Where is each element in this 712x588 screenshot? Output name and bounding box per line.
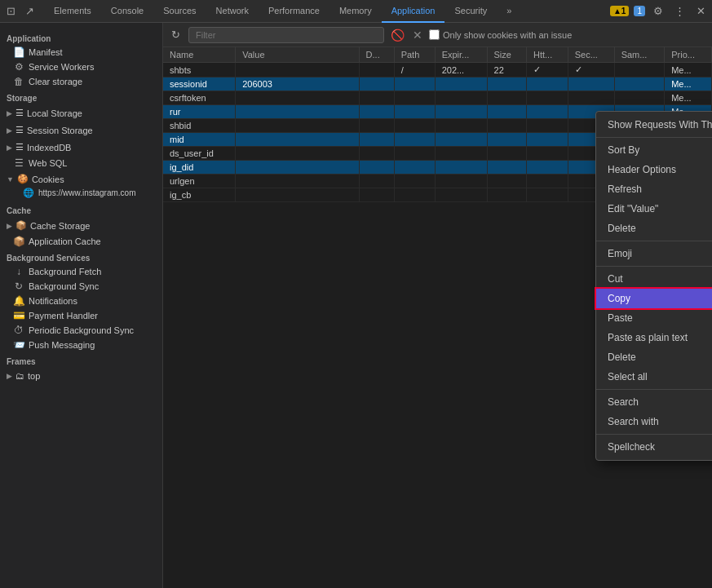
ctx-show-requests[interactable]: Show Requests With This Cookie	[596, 115, 712, 135]
chevron-icon: ▶	[7, 126, 12, 135]
chevron-down-icon: ▼	[7, 175, 14, 183]
col-value[interactable]: Value	[236, 47, 359, 63]
sidebar-item-bg-sync[interactable]: ↻ Background Sync	[0, 279, 162, 294]
ctx-delete-2[interactable]: Delete	[596, 347, 712, 367]
sidebar-item-indexeddb[interactable]: ▶ ☰ IndexedDB	[0, 140, 162, 154]
tab-application[interactable]: Application	[382, 0, 445, 23]
devtools-icons: ⊡ ↗	[3, 3, 38, 19]
col-expiry[interactable]: Expir...	[435, 47, 487, 63]
content-area: ↻ 🚫 ✕ Only show cookies with an issue Na…	[163, 23, 712, 588]
chevron-icon: ▶	[7, 109, 12, 117]
more-options-icon[interactable]: ⋮	[671, 3, 688, 19]
dock-icon[interactable]: ⊡	[3, 3, 19, 19]
sidebar-item-top-frame[interactable]: ▶ 🗂 top	[0, 369, 162, 382]
ctx-search[interactable]: Search	[596, 392, 712, 412]
sidebar-item-service-workers[interactable]: ⚙ Service Workers	[0, 60, 162, 74]
section-storage: Storage	[0, 89, 162, 104]
push-icon: 📨	[13, 339, 24, 351]
sidebar-item-manifest[interactable]: 📄 Manifest	[0, 45, 162, 60]
sidebar-item-push-messaging[interactable]: 📨 Push Messaging	[0, 338, 162, 352]
context-menu: Show Requests With This Cookie Sort By ▶…	[595, 111, 712, 461]
sidebar-item-session-storage[interactable]: ▶ ☰ Session Storage	[0, 123, 162, 137]
ctx-select-all[interactable]: Select all Ctrl+A	[596, 367, 712, 387]
clear-filter-button[interactable]: 🚫	[389, 27, 406, 43]
settings-icon[interactable]: ⚙	[650, 3, 666, 19]
sidebar-item-bg-fetch[interactable]: ↓ Background Fetch	[0, 264, 162, 279]
ctx-separator-4	[596, 389, 712, 390]
payment-icon: 💳	[13, 310, 24, 321]
sidebar: Application 📄 Manifest ⚙ Service Workers…	[0, 23, 163, 588]
table-row[interactable]: csrftokenMe...	[163, 91, 712, 105]
group-cookies: ▼ 🍪 Cookies 🌐 https://www.instagram.com	[0, 170, 162, 201]
chevron-icon: ▶	[7, 222, 12, 230]
tab-sources[interactable]: Sources	[153, 0, 206, 23]
ctx-sort-by[interactable]: Sort By ▶	[596, 140, 712, 160]
tab-console[interactable]: Console	[101, 0, 153, 23]
section-frames: Frames	[0, 352, 162, 368]
ctx-refresh[interactable]: Refresh	[596, 179, 712, 199]
tab-security[interactable]: Security	[444, 0, 497, 23]
undock-icon[interactable]: ↗	[22, 3, 38, 19]
section-app: Application	[0, 29, 162, 45]
cache-storage-icon: 📦	[15, 220, 27, 231]
refresh-button[interactable]: ↻	[168, 27, 184, 42]
ctx-paste-plain[interactable]: Paste as plain text Ctrl+Shift+V	[596, 328, 712, 347]
group-cache-storage: ▶ 📦 Cache Storage	[0, 217, 162, 234]
tab-elements[interactable]: Elements	[44, 0, 101, 23]
sidebar-item-app-cache[interactable]: 📦 Application Cache	[0, 234, 162, 249]
close-filter-button[interactable]: ✕	[411, 27, 424, 43]
sidebar-item-local-storage[interactable]: ▶ ☰ Local Storage	[0, 106, 162, 120]
col-same[interactable]: Sam...	[614, 47, 665, 63]
ctx-cut[interactable]: Cut Ctrl+X	[596, 269, 712, 289]
table-header-row: Name Value D... Path Expir... Size Htt..…	[163, 47, 712, 63]
sidebar-item-cache-storage[interactable]: ▶ 📦 Cache Storage	[0, 219, 162, 232]
top-bar: ⊡ ↗ Elements Console Sources Network Per…	[0, 0, 712, 23]
sidebar-item-notifications[interactable]: 🔔 Notifications	[0, 294, 162, 308]
chevron-icon: ▶	[7, 372, 12, 380]
indexeddb-icon: ☰	[15, 142, 24, 153]
manifest-icon: 📄	[13, 46, 24, 58]
col-size[interactable]: Size	[487, 47, 526, 63]
ctx-delete-1[interactable]: Delete	[596, 219, 712, 238]
ctx-edit-value[interactable]: Edit "Value"	[596, 199, 712, 219]
col-http[interactable]: Htt...	[526, 47, 568, 63]
close-icon[interactable]: ✕	[693, 3, 709, 19]
cookies-icon: 🍪	[17, 174, 29, 184]
info-badge: 1	[634, 6, 645, 16]
group-frames: ▶ 🗂 top	[0, 368, 162, 384]
app-cache-icon: 📦	[13, 236, 24, 247]
tab-performance[interactable]: Performance	[259, 0, 329, 23]
ctx-search-with[interactable]: Search with ▶	[596, 412, 712, 431]
ctx-header-options[interactable]: Header Options ▶	[596, 160, 712, 179]
ctx-separator-2	[596, 241, 712, 241]
tab-memory[interactable]: Memory	[329, 0, 382, 23]
tab-network[interactable]: Network	[206, 0, 259, 23]
col-name[interactable]: Name	[163, 47, 236, 63]
sidebar-item-web-sql[interactable]: ☰ Web SQL	[0, 156, 162, 170]
col-secure[interactable]: Sec...	[568, 47, 614, 63]
cookie-issue-checkbox[interactable]	[429, 29, 440, 40]
col-domain[interactable]: D...	[359, 47, 394, 63]
topbar-right: ▲1 1 ⚙ ⋮ ✕	[610, 3, 709, 19]
col-path[interactable]: Path	[394, 47, 435, 63]
col-prio[interactable]: Prio...	[665, 47, 712, 63]
tab-more[interactable]: »	[497, 0, 521, 23]
sidebar-item-cookies[interactable]: ▼ 🍪 Cookies	[0, 172, 162, 186]
filter-input[interactable]	[188, 27, 384, 43]
ctx-copy[interactable]: Copy Ctrl+C	[596, 289, 712, 308]
sidebar-item-periodic-bg-sync[interactable]: ⏱ Periodic Background Sync	[0, 323, 162, 338]
sidebar-item-payment-handler[interactable]: 💳 Payment Handler	[0, 308, 162, 323]
cookie-issue-checkbox-label[interactable]: Only show cookies with an issue	[429, 29, 572, 40]
table-row[interactable]: sessionid206003Me...	[163, 77, 712, 91]
ctx-emoji[interactable]: Emoji Command+.	[596, 244, 712, 263]
bg-sync-icon: ↻	[13, 281, 24, 292]
cookie-toolbar: ↻ 🚫 ✕ Only show cookies with an issue	[163, 23, 712, 47]
ctx-paste[interactable]: Paste Ctrl+V	[596, 308, 712, 328]
sidebar-item-cookies-instagram[interactable]: 🌐 https://www.instagram.com	[0, 186, 162, 200]
group-session-storage: ▶ ☰ Session Storage	[0, 122, 162, 139]
chevron-icon: ▶	[7, 144, 12, 152]
periodic-sync-icon: ⏱	[13, 325, 24, 336]
ctx-spellcheck[interactable]: Spellcheck ▶	[596, 437, 712, 457]
table-row[interactable]: shbts/202...22✓✓Me...	[163, 63, 712, 77]
sidebar-item-clear-storage[interactable]: 🗑 Clear storage	[0, 74, 162, 89]
